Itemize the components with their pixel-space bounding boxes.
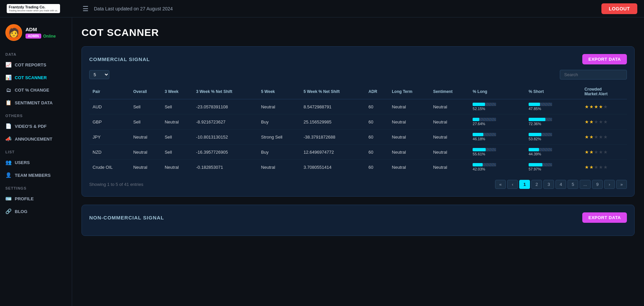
cell-pct-long: 55.61% <box>469 145 525 160</box>
cell-3week: Sell <box>161 145 193 160</box>
col-overall: Overall <box>130 84 161 99</box>
page-next-btn[interactable]: › <box>604 180 615 189</box>
pagination: « ‹ 1 2 3 4 5 ... 9 › » <box>495 180 627 189</box>
cell-adr: 60 <box>365 130 389 145</box>
cell-stars: ★★★★★ <box>581 99 627 114</box>
sidebar-label-users: USERS <box>15 160 30 165</box>
sidebar-item-sentiment[interactable]: 📋 SENTIMENT DATA <box>0 96 72 109</box>
users-icon: 👥 <box>5 159 11 165</box>
cell-overall: Sell <box>130 99 161 114</box>
online-badge: Online <box>43 34 56 39</box>
cell-adr: 60 <box>365 160 389 175</box>
cell-5week: Strong Sell <box>258 130 300 145</box>
non-commercial-signal-title: NON-COMMERCIAL SIGNAL <box>89 215 164 220</box>
cell-sentiment: Neutral <box>430 130 469 145</box>
cell-longterm: Neutral <box>388 114 430 130</box>
sidebar-label-cot-reports: COT REPORTS <box>15 62 46 67</box>
page-btn-4[interactable]: 4 <box>555 180 566 189</box>
star-rating: ★★★★★ <box>585 134 608 140</box>
sidebar-section-settings: SETTINGS 🪪 PROFILE 🔗 BLOG <box>0 182 72 218</box>
page-ellipsis: ... <box>580 180 591 189</box>
sidebar-item-cot-change[interactable]: 🗂 COT % CHANGE <box>0 84 72 96</box>
logo-name: Frantzdy Trading Co. <box>9 5 58 9</box>
cell-pct-long: 27.64% <box>469 114 525 130</box>
page-last-btn[interactable]: » <box>616 180 627 189</box>
entries-select[interactable]: 5 10 25 50 <box>89 70 109 79</box>
last-updated-text: Data Last updated on 27 August 2024 <box>94 6 596 11</box>
bar-chart-icon: 📊 <box>5 74 11 81</box>
sidebar-item-users[interactable]: 👥 USERS <box>0 156 72 169</box>
sidebar-item-cot-scanner[interactable]: 📊 COT SCANNER <box>0 71 72 84</box>
export-data-button-non-commercial[interactable]: EXPORT DATA <box>582 212 627 223</box>
card-header-commercial: COMMERCIAL SIGNAL EXPORT DATA <box>89 54 627 64</box>
cell-overall: Neutral <box>130 160 161 175</box>
cell-adr: 60 <box>365 99 389 114</box>
table-row: JPY Neutral Sell -10.8013130152 Strong S… <box>89 130 627 145</box>
cell-longterm: Neutral <box>388 160 430 175</box>
cell-3week: Neutral <box>161 160 193 175</box>
cell-pct-long: 52.15% <box>469 99 525 114</box>
cell-longterm: Neutral <box>388 99 430 114</box>
cell-5week-shift: 8.5472988791 <box>300 99 365 114</box>
logout-button[interactable]: LOGOUT <box>601 3 637 14</box>
cell-overall: Neutral <box>130 145 161 160</box>
section-label-list: LIST <box>0 145 72 156</box>
hamburger-icon[interactable]: ☰ <box>83 5 89 13</box>
col-5week-shift: 5 Week % Net Shift <box>300 84 365 99</box>
cell-5week-shift: 25.156529985 <box>300 114 365 130</box>
topbar: Frantzdy Trading Co. Trading become easi… <box>0 0 644 17</box>
cell-pair: JPY <box>89 130 130 145</box>
cell-5week: Buy <box>258 145 300 160</box>
page-btn-9[interactable]: 9 <box>592 180 603 189</box>
search-input[interactable] <box>560 70 627 80</box>
sidebar-label-videos: VIDEO'S & PDF <box>15 124 47 129</box>
cell-stars: ★★★★★ <box>581 160 627 175</box>
avatar: 🧑 <box>5 24 22 41</box>
stack-icon: 🗂 <box>5 87 11 93</box>
sidebar-label-profile: PROFILE <box>15 196 34 201</box>
cell-pct-short: 57.97% <box>525 160 581 175</box>
cell-5week: Neutral <box>258 99 300 114</box>
sidebar-label-cot-change: COT % CHANGE <box>15 88 49 93</box>
page-prev-btn[interactable]: ‹ <box>507 180 518 189</box>
col-sentiment: Sentiment <box>430 84 469 99</box>
col-pair: Pair <box>89 84 130 99</box>
star-rating: ★★★★★ <box>585 104 608 109</box>
cell-pair: AUD <box>89 99 130 114</box>
sidebar-item-announcement[interactable]: 📣 ANNOUNCEMENT <box>0 133 72 145</box>
cell-stars: ★★★★★ <box>581 145 627 160</box>
sidebar-profile: 🧑 ADM ADMIN Online <box>0 17 72 48</box>
page-btn-1[interactable]: 1 <box>519 180 530 189</box>
page-btn-3[interactable]: 3 <box>543 180 554 189</box>
export-data-button-commercial[interactable]: EXPORT DATA <box>582 54 627 64</box>
star-rating: ★★★★★ <box>585 164 608 170</box>
table-header-row: Pair Overall 3 Week 3 Week % Net Shift 5… <box>89 84 627 99</box>
cell-longterm: Neutral <box>388 130 430 145</box>
cell-pair: Crude OIL <box>89 160 130 175</box>
cell-pct-long: 42.03% <box>469 160 525 175</box>
table-row: Crude OIL Neutral Neutral -0.182853071 N… <box>89 160 627 175</box>
main-content: COT SCANNER COMMERCIAL SIGNAL EXPORT DAT… <box>72 17 644 306</box>
page-btn-5[interactable]: 5 <box>568 180 578 189</box>
sidebar-item-team[interactable]: 👤 TEAM MEMBERS <box>0 169 72 182</box>
sidebar-item-videos[interactable]: 📄 VIDEO'S & PDF <box>0 120 72 133</box>
sidebar-item-cot-reports[interactable]: 📈 COT REPORTS <box>0 58 72 71</box>
cell-3week-shift: -10.8013130152 <box>193 130 258 145</box>
cell-overall: Sell <box>130 114 161 130</box>
commercial-signal-title: COMMERCIAL SIGNAL <box>89 56 150 62</box>
section-label-settings: SETTINGS <box>0 182 72 192</box>
page-btn-2[interactable]: 2 <box>531 180 542 189</box>
sidebar-item-profile[interactable]: 🪪 PROFILE <box>0 192 72 205</box>
section-label-data: DATA <box>0 48 72 58</box>
cell-3week: Sell <box>161 99 193 114</box>
cell-pct-long: 46.18% <box>469 130 525 145</box>
profile-name: ADM <box>25 27 56 32</box>
cell-5week-shift: 3.7080551414 <box>300 160 365 175</box>
sidebar-label-blog: BLOG <box>15 209 28 214</box>
logo-sub: Trading become easier when you trade wit… <box>9 9 58 12</box>
cell-overall: Neutral <box>130 130 161 145</box>
cell-pair: GBP <box>89 114 130 130</box>
page-first-btn[interactable]: « <box>495 180 506 189</box>
cell-longterm: Neutral <box>388 145 430 160</box>
sidebar-item-blog[interactable]: 🔗 BLOG <box>0 205 72 218</box>
